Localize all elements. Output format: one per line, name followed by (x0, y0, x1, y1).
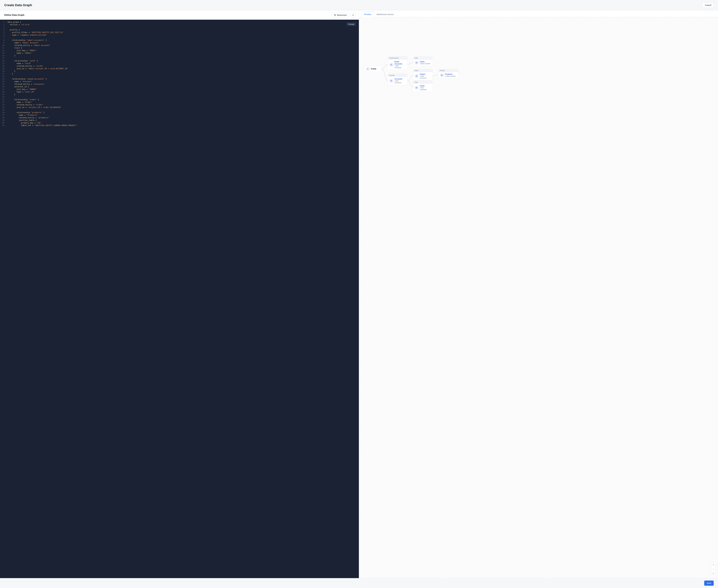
code-line[interactable]: name = "Order" (7, 101, 357, 104)
code-line[interactable]: } (7, 72, 357, 75)
resources-button[interactable]: Resources (331, 13, 349, 18)
svg-rect-5 (416, 87, 417, 88)
graph-node-emailacc[interactable]: Email AccountEmail Accounts1 data consum… (388, 57, 408, 70)
graph-node-order[interactable]: OrderOrders1 data consumers (413, 69, 433, 80)
code-line[interactable] (7, 96, 357, 98)
code-line[interactable]: trait { (7, 47, 357, 49)
collapse-button[interactable] (350, 13, 356, 18)
code-line[interactable]: data_graph { (7, 21, 357, 23)
line-number: 8 (0, 39, 4, 41)
right-tabs: PreviewWarehouse access (359, 10, 718, 17)
graph-node-product[interactable]: ProductProducts1 data consumer (438, 69, 458, 79)
left-panel-header: Define Data Graph Resources (0, 10, 359, 20)
code-editor[interactable]: 1234567891011121314151617181920212223242… (0, 20, 359, 578)
code-line[interactable]: join_on = "account.ID = order.ACCOUNTID" (7, 106, 357, 109)
code-line[interactable]: } (7, 70, 357, 72)
line-number: 18 (0, 65, 4, 67)
line-number: 23 (0, 78, 4, 80)
code-line[interactable]: related_entity = "order" (7, 104, 357, 106)
code-line[interactable]: related_entity = "accounts" (7, 83, 357, 85)
graph-node-profile[interactable]: Profile (364, 66, 382, 72)
graph-node-account[interactable]: AccountAccounts2 data consumers (388, 74, 408, 85)
svg-rect-1 (391, 64, 392, 65)
resources-button-label: Resources (337, 14, 347, 16)
book-icon (334, 14, 336, 16)
zoom-in-button[interactable] (711, 563, 716, 567)
graph-node-card1[interactable]: CardCards1 data consumer (413, 57, 433, 66)
save-button[interactable]: Save (704, 581, 714, 586)
person-icon (366, 67, 369, 71)
line-number: 3 (0, 26, 4, 28)
code-line[interactable] (7, 36, 357, 39)
tab-warehouse[interactable]: Warehouse access (374, 12, 396, 17)
code-line[interactable]: } (7, 55, 357, 57)
table-icon (440, 74, 444, 77)
code-line[interactable]: name = "Email Account" (7, 41, 357, 44)
code-line[interactable]: primary_key = "ID" (7, 122, 357, 124)
svg-rect-2 (391, 80, 392, 81)
line-number: 14 (0, 55, 4, 57)
line-number: 7 (0, 36, 4, 39)
code-line[interactable]: relationship "order" { (7, 98, 357, 101)
code-area[interactable]: data_graph { version = "v1.0.0" profile … (6, 20, 359, 578)
code-line[interactable]: name = "EMAIL" (7, 52, 357, 55)
code-line[interactable]: relationship "owned-accounts" { (7, 78, 357, 80)
code-line[interactable]: related_entity = "email-account" (7, 44, 357, 47)
code-line[interactable]: relationship "products" { (7, 111, 357, 114)
code-line[interactable]: relationship "email-accounts" { (7, 39, 357, 41)
code-line[interactable]: name = "Products" (7, 114, 357, 117)
plus-icon (712, 564, 714, 566)
graph-node-meta: 1 data consumers (394, 65, 406, 69)
graph-node-meta: 1 data consumers (420, 76, 431, 79)
graph-node-header: Card (413, 81, 433, 84)
line-number: 12 (0, 49, 4, 52)
code-line[interactable]: } (7, 93, 357, 96)
cancel-button[interactable]: Cancel (702, 3, 714, 8)
code-line[interactable]: type = "user_id" (7, 90, 357, 93)
graph-node-name: Cards (420, 61, 431, 63)
code-line[interactable]: table_ref = "ENTITIES.ENTITY_COMMON.ORDE… (7, 124, 357, 127)
line-number: 20 (0, 70, 4, 72)
line-number: 26 (0, 85, 4, 88)
code-line[interactable]: profile_folder = "ENTITIES.ENTITY_E2E_TE… (7, 31, 357, 34)
line-number: 15 (0, 57, 4, 60)
line-number: 36 (0, 111, 4, 114)
code-line[interactable]: relationship "card" { (7, 60, 357, 62)
graph-node-card2[interactable]: CardCards1 data consumers (413, 81, 433, 92)
format-button[interactable]: Format (346, 22, 356, 26)
code-line[interactable]: profile { (7, 28, 357, 31)
line-number: 24 (0, 80, 4, 83)
line-number: 17 (0, 62, 4, 65)
line-number: 1 (0, 21, 4, 23)
code-line[interactable]: name = "Card" (7, 62, 357, 65)
code-line[interactable] (7, 75, 357, 78)
graph-node-meta: 2 data consumers (394, 80, 406, 84)
graph-node-header: Email Account (388, 57, 407, 60)
code-line[interactable] (7, 26, 357, 28)
graph-node-name: Cards (420, 85, 431, 87)
line-number: 33 (0, 104, 4, 106)
code-line[interactable]: name = "Account" (7, 80, 357, 83)
line-number: 41 (0, 124, 4, 127)
zoom-out-button[interactable] (711, 567, 716, 571)
line-number: 9 (0, 41, 4, 44)
line-number: 30 (0, 96, 4, 98)
code-line[interactable]: join_key = "EMAIL" (7, 49, 357, 52)
code-line[interactable]: version = "v1.0.0" (7, 23, 357, 26)
code-line[interactable]: related_entity = "cards" (7, 65, 357, 67)
graph-node-header: Card (413, 57, 433, 60)
code-line[interactable]: type = "segment:unmaterialized" (7, 34, 357, 36)
cancel-button-label: Cancel (705, 4, 711, 6)
tab-preview[interactable]: Preview (361, 12, 374, 17)
code-line[interactable]: external_id { (7, 85, 357, 88)
table-icon (390, 63, 393, 66)
code-line[interactable]: join_key = "OWNER" (7, 88, 357, 90)
code-line[interactable] (7, 57, 357, 60)
graph-canvas[interactable]: ProfileEmail AccountEmail Accounts1 data… (359, 17, 718, 578)
code-line[interactable]: join_on = "email-account.ID = card.ACCOU… (7, 67, 357, 70)
code-line[interactable] (7, 109, 357, 111)
svg-rect-4 (416, 76, 417, 77)
zoom-fit-button[interactable] (711, 571, 716, 576)
code-line[interactable]: related_entity = "products" (7, 117, 357, 119)
code-line[interactable]: junction_table { (7, 119, 357, 122)
